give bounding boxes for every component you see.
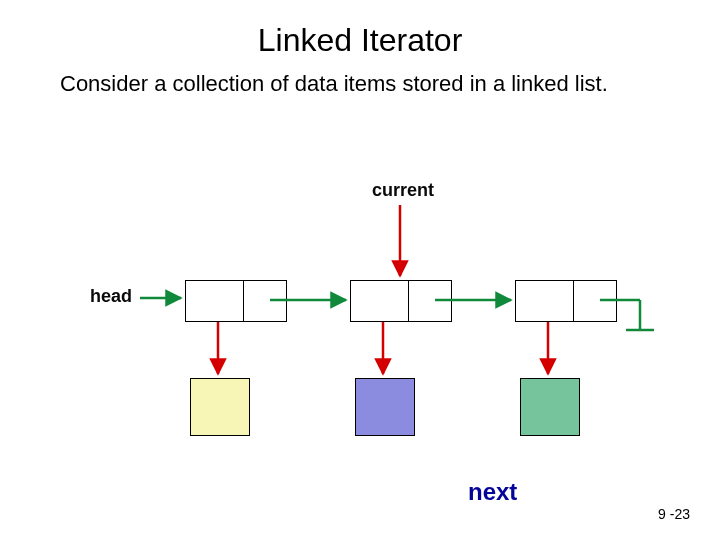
node-data-cell <box>186 281 244 321</box>
data-item-2 <box>355 378 415 436</box>
head-label: head <box>90 286 132 307</box>
data-item-3 <box>520 378 580 436</box>
slide-description: Consider a collection of data items stor… <box>60 70 620 98</box>
list-node-2 <box>350 280 452 322</box>
current-label: current <box>372 180 434 201</box>
slide-number: 9 -23 <box>658 506 690 522</box>
list-node-3 <box>515 280 617 322</box>
list-node-1 <box>185 280 287 322</box>
node-data-cell <box>351 281 409 321</box>
node-next-cell <box>574 281 616 321</box>
data-item-1 <box>190 378 250 436</box>
next-label: next <box>468 478 517 506</box>
node-next-cell <box>409 281 451 321</box>
node-data-cell <box>516 281 574 321</box>
node-next-cell <box>244 281 286 321</box>
slide-title: Linked Iterator <box>0 22 720 59</box>
